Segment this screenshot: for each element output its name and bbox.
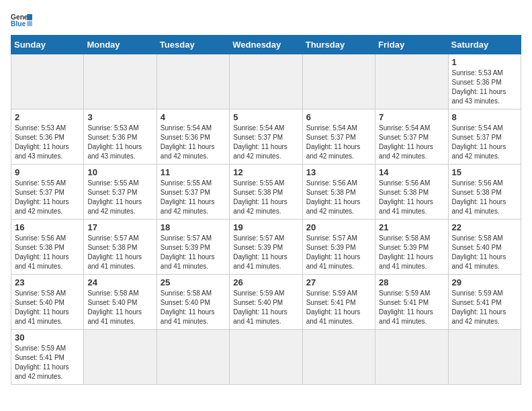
- calendar-cell: 26Sunrise: 5:59 AMSunset: 5:40 PMDayligh…: [230, 275, 302, 330]
- day-number: 6: [306, 112, 371, 122]
- calendar-body: 1Sunrise: 5:53 AMSunset: 5:36 PMDaylight…: [11, 54, 521, 385]
- calendar-row-4: 16Sunrise: 5:56 AMSunset: 5:38 PMDayligh…: [11, 220, 521, 275]
- calendar-cell: 28Sunrise: 5:59 AMSunset: 5:41 PMDayligh…: [375, 275, 448, 330]
- day-number: 4: [161, 112, 226, 122]
- weekday-header-row: SundayMondayTuesdayWednesdayThursdayFrid…: [11, 36, 521, 54]
- page-header: General Blue: [11, 11, 521, 30]
- day-info: Sunrise: 5:57 AMSunset: 5:39 PMDaylight:…: [161, 234, 226, 271]
- day-number: 3: [87, 112, 152, 122]
- calendar-cell: 12Sunrise: 5:55 AMSunset: 5:38 PMDayligh…: [230, 165, 302, 220]
- calendar-cell: [11, 54, 84, 109]
- day-number: 7: [379, 112, 444, 122]
- day-number: 2: [15, 112, 80, 122]
- calendar-cell: 19Sunrise: 5:57 AMSunset: 5:39 PMDayligh…: [230, 220, 302, 275]
- calendar-cell: [157, 330, 229, 385]
- calendar-cell: 4Sunrise: 5:54 AMSunset: 5:36 PMDaylight…: [157, 109, 229, 165]
- day-number: 24: [87, 277, 152, 287]
- day-info: Sunrise: 5:59 AMSunset: 5:41 PMDaylight:…: [452, 289, 517, 326]
- day-number: 17: [87, 222, 152, 232]
- svg-text:Blue: Blue: [11, 20, 26, 28]
- day-number: 11: [161, 167, 226, 177]
- calendar-row-2: 2Sunrise: 5:53 AMSunset: 5:36 PMDaylight…: [11, 109, 521, 165]
- svg-marker-2: [27, 14, 32, 20]
- day-info: Sunrise: 5:54 AMSunset: 5:37 PMDaylight:…: [379, 124, 444, 161]
- day-info: Sunrise: 5:58 AMSunset: 5:40 PMDaylight:…: [452, 234, 517, 271]
- weekday-tuesday: Tuesday: [157, 36, 229, 54]
- day-info: Sunrise: 5:59 AMSunset: 5:41 PMDaylight:…: [306, 289, 371, 326]
- calendar-row-3: 9Sunrise: 5:55 AMSunset: 5:37 PMDaylight…: [11, 165, 521, 220]
- calendar-cell: 20Sunrise: 5:57 AMSunset: 5:39 PMDayligh…: [302, 220, 375, 275]
- day-info: Sunrise: 5:58 AMSunset: 5:40 PMDaylight:…: [15, 289, 80, 326]
- calendar-cell: 1Sunrise: 5:53 AMSunset: 5:36 PMDaylight…: [448, 54, 521, 109]
- day-number: 19: [233, 222, 298, 232]
- day-number: 13: [306, 167, 371, 177]
- day-number: 22: [452, 222, 517, 232]
- day-number: 23: [15, 277, 80, 287]
- calendar-table: SundayMondayTuesdayWednesdayThursdayFrid…: [11, 35, 521, 385]
- day-number: 25: [161, 277, 226, 287]
- calendar-row-6: 30Sunrise: 5:59 AMSunset: 5:41 PMDayligh…: [11, 330, 521, 385]
- calendar-cell: [84, 54, 157, 109]
- calendar-cell: 16Sunrise: 5:56 AMSunset: 5:38 PMDayligh…: [11, 220, 84, 275]
- calendar-cell: 30Sunrise: 5:59 AMSunset: 5:41 PMDayligh…: [11, 330, 84, 385]
- day-number: 30: [15, 332, 80, 342]
- calendar-cell: [375, 330, 448, 385]
- svg-marker-3: [27, 21, 32, 26]
- calendar-cell: [302, 54, 375, 109]
- calendar-cell: 13Sunrise: 5:56 AMSunset: 5:38 PMDayligh…: [302, 165, 375, 220]
- day-info: Sunrise: 5:55 AMSunset: 5:37 PMDaylight:…: [161, 179, 226, 216]
- day-number: 14: [379, 167, 444, 177]
- day-info: Sunrise: 5:56 AMSunset: 5:38 PMDaylight:…: [452, 179, 517, 216]
- calendar-cell: 17Sunrise: 5:57 AMSunset: 5:38 PMDayligh…: [84, 220, 157, 275]
- day-info: Sunrise: 5:56 AMSunset: 5:38 PMDaylight:…: [379, 179, 444, 216]
- calendar-cell: 22Sunrise: 5:58 AMSunset: 5:40 PMDayligh…: [448, 220, 521, 275]
- calendar-cell: [84, 330, 157, 385]
- day-info: Sunrise: 5:59 AMSunset: 5:41 PMDaylight:…: [379, 289, 444, 326]
- day-info: Sunrise: 5:57 AMSunset: 5:39 PMDaylight:…: [233, 234, 298, 271]
- day-number: 1: [452, 57, 517, 67]
- weekday-saturday: Saturday: [448, 36, 521, 54]
- logo: General Blue: [11, 11, 32, 30]
- day-number: 8: [452, 112, 517, 122]
- calendar-cell: 9Sunrise: 5:55 AMSunset: 5:37 PMDaylight…: [11, 165, 84, 220]
- calendar-row-1: 1Sunrise: 5:53 AMSunset: 5:36 PMDaylight…: [11, 54, 521, 109]
- calendar-cell: 8Sunrise: 5:54 AMSunset: 5:37 PMDaylight…: [448, 109, 521, 165]
- day-info: Sunrise: 5:55 AMSunset: 5:37 PMDaylight:…: [87, 179, 152, 216]
- day-info: Sunrise: 5:58 AMSunset: 5:40 PMDaylight:…: [87, 289, 152, 326]
- day-info: Sunrise: 5:58 AMSunset: 5:39 PMDaylight:…: [379, 234, 444, 271]
- day-info: Sunrise: 5:54 AMSunset: 5:37 PMDaylight:…: [452, 124, 517, 161]
- weekday-sunday: Sunday: [11, 36, 84, 54]
- day-info: Sunrise: 5:57 AMSunset: 5:39 PMDaylight:…: [306, 234, 371, 271]
- day-number: 12: [233, 167, 298, 177]
- calendar-cell: 27Sunrise: 5:59 AMSunset: 5:41 PMDayligh…: [302, 275, 375, 330]
- day-info: Sunrise: 5:54 AMSunset: 5:37 PMDaylight:…: [233, 124, 298, 161]
- weekday-wednesday: Wednesday: [230, 36, 302, 54]
- calendar-cell: [448, 330, 521, 385]
- calendar-cell: 6Sunrise: 5:54 AMSunset: 5:37 PMDaylight…: [302, 109, 375, 165]
- calendar-cell: 25Sunrise: 5:58 AMSunset: 5:40 PMDayligh…: [157, 275, 229, 330]
- calendar-cell: 24Sunrise: 5:58 AMSunset: 5:40 PMDayligh…: [84, 275, 157, 330]
- logo-icon: General Blue: [11, 11, 32, 30]
- day-number: 26: [233, 277, 298, 287]
- day-info: Sunrise: 5:56 AMSunset: 5:38 PMDaylight:…: [306, 179, 371, 216]
- calendar-cell: 23Sunrise: 5:58 AMSunset: 5:40 PMDayligh…: [11, 275, 84, 330]
- day-number: 5: [233, 112, 298, 122]
- calendar-cell: [375, 54, 448, 109]
- day-info: Sunrise: 5:56 AMSunset: 5:38 PMDaylight:…: [15, 234, 80, 271]
- calendar-cell: [230, 54, 302, 109]
- day-number: 21: [379, 222, 444, 232]
- calendar-cell: 5Sunrise: 5:54 AMSunset: 5:37 PMDaylight…: [230, 109, 302, 165]
- calendar-cell: 18Sunrise: 5:57 AMSunset: 5:39 PMDayligh…: [157, 220, 229, 275]
- day-number: 27: [306, 277, 371, 287]
- day-number: 20: [306, 222, 371, 232]
- weekday-monday: Monday: [84, 36, 157, 54]
- day-info: Sunrise: 5:53 AMSunset: 5:36 PMDaylight:…: [452, 68, 517, 106]
- day-number: 29: [452, 277, 517, 287]
- day-info: Sunrise: 5:55 AMSunset: 5:38 PMDaylight:…: [233, 179, 298, 216]
- day-number: 16: [15, 222, 80, 232]
- calendar-cell: 21Sunrise: 5:58 AMSunset: 5:39 PMDayligh…: [375, 220, 448, 275]
- calendar-cell: 3Sunrise: 5:53 AMSunset: 5:36 PMDaylight…: [84, 109, 157, 165]
- calendar-cell: 14Sunrise: 5:56 AMSunset: 5:38 PMDayligh…: [375, 165, 448, 220]
- day-number: 9: [15, 167, 80, 177]
- day-info: Sunrise: 5:59 AMSunset: 5:40 PMDaylight:…: [233, 289, 298, 326]
